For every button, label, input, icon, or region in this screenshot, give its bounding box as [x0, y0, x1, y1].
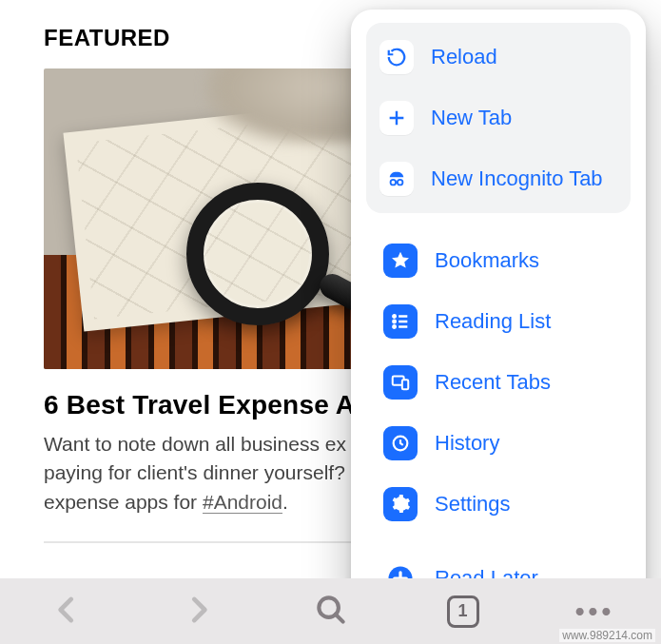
- svg-rect-6: [402, 380, 408, 389]
- article-desc-line3b: .: [282, 491, 288, 513]
- watermark: www.989214.com: [559, 629, 655, 642]
- reload-icon: [379, 40, 414, 74]
- article-desc-line2: paying for client's dinner yourself?: [44, 461, 345, 483]
- svg-point-3: [393, 321, 396, 323]
- svg-point-2: [393, 315, 396, 318]
- svg-point-4: [393, 325, 396, 328]
- plus-icon: [379, 101, 414, 135]
- gear-icon: [383, 487, 418, 521]
- menu-item-history[interactable]: History: [366, 413, 631, 474]
- back-button[interactable]: [0, 578, 132, 644]
- tabs-button[interactable]: 1: [397, 578, 529, 644]
- menu-label: Recent Tabs: [435, 370, 551, 395]
- chevron-right-icon: [181, 592, 217, 632]
- search-button[interactable]: [264, 578, 397, 644]
- menu-item-new-incognito[interactable]: New Incognito Tab: [366, 148, 631, 209]
- menu-label: Bookmarks: [435, 248, 539, 273]
- ellipsis-icon: •••: [575, 596, 614, 627]
- tabs-count-box: 1: [447, 595, 479, 628]
- star-icon: [383, 244, 418, 278]
- menu-label: History: [435, 431, 499, 456]
- search-icon: [313, 592, 349, 632]
- article-desc-line1: Want to note down all business ex: [44, 433, 346, 455]
- menu-item-recent-tabs[interactable]: Recent Tabs: [366, 352, 631, 413]
- menu-item-reload[interactable]: Reload: [366, 27, 631, 88]
- menu-label: New Tab: [431, 106, 512, 130]
- svg-point-0: [391, 180, 397, 185]
- incognito-icon: [379, 162, 414, 196]
- menu-item-settings[interactable]: Settings: [366, 474, 631, 535]
- menu-item-reading-list[interactable]: Reading List: [366, 291, 631, 352]
- chevron-left-icon: [49, 592, 85, 632]
- menu-label: Settings: [435, 492, 511, 517]
- menu-label: Reading List: [435, 309, 551, 334]
- list-icon: [383, 304, 418, 339]
- hashtag-android[interactable]: #Android: [203, 491, 282, 514]
- forward-button[interactable]: [132, 578, 264, 644]
- history-icon: [383, 426, 418, 460]
- browser-menu: Reload New Tab New Incognito Tab Boo: [351, 10, 646, 616]
- svg-point-1: [398, 180, 403, 185]
- menu-item-bookmarks[interactable]: Bookmarks: [366, 230, 631, 291]
- menu-label: Reload: [431, 45, 497, 69]
- tabs-count: 1: [457, 601, 467, 621]
- devices-icon: [383, 365, 418, 400]
- menu-label: New Incognito Tab: [431, 166, 603, 191]
- article-desc-line3a: expense apps for: [44, 491, 203, 513]
- menu-item-new-tab[interactable]: New Tab: [366, 88, 631, 148]
